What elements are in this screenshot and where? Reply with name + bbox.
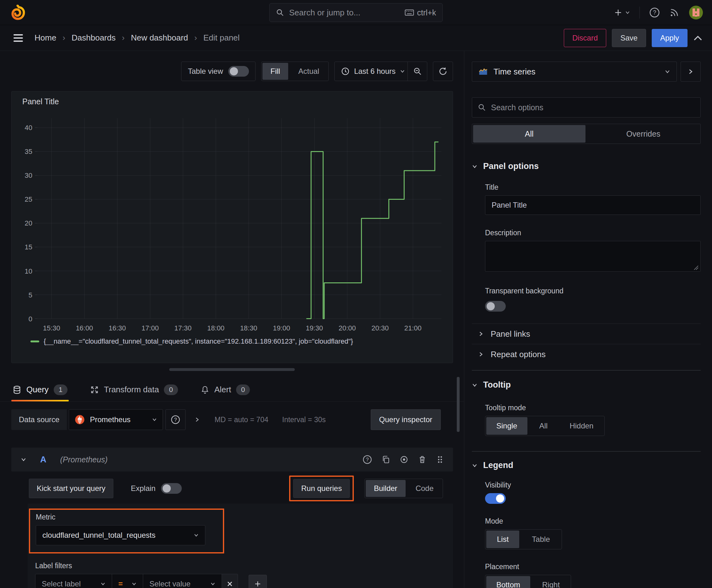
metric-select[interactable]: cloudflared_tunnel_total_requests xyxy=(36,525,205,545)
explain-label: Explain xyxy=(131,484,156,493)
datasource-help-button[interactable]: ? xyxy=(166,409,186,430)
builder-option[interactable]: Builder xyxy=(366,480,406,497)
remove-filter-button[interactable] xyxy=(222,574,238,588)
svg-text:20:00: 20:00 xyxy=(339,324,356,332)
tab-all-options[interactable]: All xyxy=(473,125,585,143)
panel-title-input[interactable] xyxy=(485,195,701,215)
operator-dropdown[interactable]: = xyxy=(112,574,143,588)
select-label-dropdown[interactable]: Select label xyxy=(35,574,112,588)
scrollbar[interactable] xyxy=(457,377,459,432)
disable-query-button[interactable] xyxy=(400,455,408,464)
interval-stat: Interval = 30s xyxy=(282,416,326,424)
legend-section-header[interactable]: Legend xyxy=(472,460,701,470)
breadcrumb-dashboards[interactable]: Dashboards xyxy=(71,33,115,43)
tab-overrides[interactable]: Overrides xyxy=(587,125,700,143)
svg-text:16:30: 16:30 xyxy=(109,324,126,332)
transparent-background-toggle[interactable] xyxy=(485,301,506,312)
search-input[interactable] xyxy=(289,8,400,18)
toggle-viz-picker-button[interactable] xyxy=(681,62,701,82)
query-editor-card: A (Prometheus) ? xyxy=(11,447,453,588)
tooltip-mode-all[interactable]: All xyxy=(529,417,558,435)
apply-button[interactable]: Apply xyxy=(652,29,688,47)
query-help-button[interactable]: ? xyxy=(363,455,372,464)
refresh-button[interactable] xyxy=(433,62,453,81)
tab-transform-label: Transform data xyxy=(104,385,159,395)
chevron-down-icon xyxy=(472,463,477,468)
svg-text:30: 30 xyxy=(25,171,33,180)
grafana-logo-icon[interactable] xyxy=(10,5,25,20)
tab-alert[interactable]: Alert 0 xyxy=(199,378,252,401)
time-series-chart[interactable]: 051015202530354015:3016:0016:3017:0017:3… xyxy=(19,115,445,336)
panel-title: Panel Title xyxy=(19,97,445,106)
news-button[interactable] xyxy=(669,7,679,18)
add-button[interactable] xyxy=(614,8,630,17)
explain-toggle[interactable] xyxy=(161,483,182,494)
svg-text:20: 20 xyxy=(25,219,33,227)
query-inspector-button[interactable]: Query inspector xyxy=(371,409,441,430)
resize-drag-handle[interactable] xyxy=(169,368,295,371)
legend-placement-right[interactable]: Right xyxy=(532,576,570,588)
options-search-input[interactable] xyxy=(491,103,695,112)
tab-query[interactable]: Query 1 xyxy=(11,378,69,401)
drag-query-handle[interactable] xyxy=(436,455,444,464)
tooltip-mode-hidden[interactable]: Hidden xyxy=(559,417,603,435)
panel-links-section[interactable]: Panel links xyxy=(472,324,701,344)
table-view-toggle[interactable] xyxy=(228,66,249,77)
chevron-down-icon xyxy=(21,457,26,462)
help-button[interactable]: ? xyxy=(649,7,660,18)
time-range-picker[interactable]: Last 6 hours xyxy=(335,67,408,76)
query-row-header[interactable]: A (Prometheus) ? xyxy=(11,447,453,471)
menu-button[interactable] xyxy=(13,33,24,43)
delete-query-button[interactable] xyxy=(418,455,427,464)
chevron-down-icon xyxy=(472,382,477,388)
legend-placement-bottom[interactable]: Bottom xyxy=(486,576,530,588)
zoom-out-time-button[interactable] xyxy=(408,62,427,81)
breadcrumb-new-dashboard[interactable]: New dashboard xyxy=(131,33,188,43)
code-option[interactable]: Code xyxy=(408,480,442,497)
tooltip-mode-single[interactable]: Single xyxy=(486,417,527,435)
save-button[interactable]: Save xyxy=(612,29,646,47)
svg-text:10: 10 xyxy=(25,267,33,275)
run-queries-button[interactable]: Run queries xyxy=(293,479,349,498)
datasource-picker[interactable]: Prometheus xyxy=(69,409,163,430)
collapse-options-button[interactable] xyxy=(693,35,703,41)
svg-text:16:00: 16:00 xyxy=(75,324,93,332)
help-icon: ? xyxy=(649,7,660,18)
panel-options-header[interactable]: Panel options xyxy=(472,162,701,171)
breadcrumb-bar: Home › Dashboards › New dashboard › Edit… xyxy=(0,25,712,51)
chevron-down-icon xyxy=(101,582,106,586)
tooltip-section-header[interactable]: Tooltip xyxy=(472,380,701,390)
legend-series-label[interactable]: {__name__="cloudflared_tunnel_total_requ… xyxy=(44,337,353,345)
tab-transform[interactable]: Transform data 0 xyxy=(89,378,179,401)
expand-stats-button[interactable] xyxy=(194,417,200,422)
legend-visibility-toggle[interactable] xyxy=(485,493,506,504)
query-count-badge: 1 xyxy=(54,384,67,395)
global-search[interactable]: ctrl+k xyxy=(269,3,443,22)
svg-text:20:30: 20:30 xyxy=(371,324,389,332)
legend-mode-list[interactable]: List xyxy=(486,530,519,548)
kick-start-button[interactable]: Kick start your query xyxy=(29,479,113,498)
chevron-down-icon xyxy=(152,417,157,422)
chevron-up-icon xyxy=(693,35,703,41)
duplicate-query-button[interactable] xyxy=(382,455,390,464)
add-filter-button[interactable] xyxy=(249,575,267,588)
svg-text:18:30: 18:30 xyxy=(240,324,257,332)
bell-icon xyxy=(201,385,209,394)
repeat-options-section[interactable]: Repeat options xyxy=(472,344,701,364)
alert-count-badge: 0 xyxy=(236,384,250,395)
select-value-dropdown[interactable]: Select value xyxy=(143,574,222,588)
query-ref-id: A xyxy=(40,455,46,465)
zoom-out-icon xyxy=(413,67,422,76)
description-textarea[interactable] xyxy=(485,241,701,272)
svg-text:35: 35 xyxy=(25,148,33,155)
legend-mode-table[interactable]: Table xyxy=(521,530,560,548)
visualization-picker[interactable]: Time series xyxy=(472,62,677,82)
fill-option[interactable]: Fill xyxy=(262,63,288,80)
options-search[interactable] xyxy=(472,97,701,118)
breadcrumb-home[interactable]: Home xyxy=(35,33,56,43)
chevron-down-icon xyxy=(665,69,670,75)
discard-button[interactable]: Discard xyxy=(564,29,606,47)
actual-option[interactable]: Actual xyxy=(290,63,327,80)
resize-grip-icon[interactable] xyxy=(694,266,698,270)
avatar[interactable] xyxy=(689,5,703,20)
